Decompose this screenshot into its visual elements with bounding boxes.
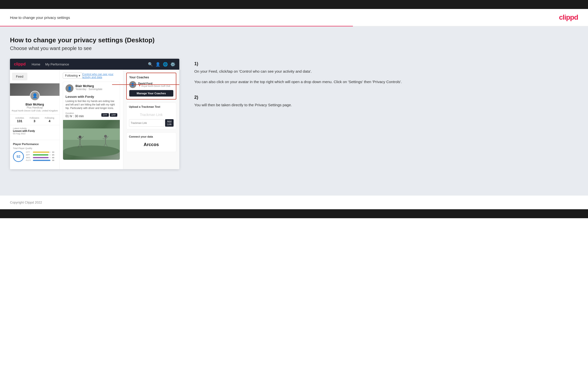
instruction-2: 2) You will then be taken directly to th… xyxy=(194,95,578,108)
following-label: Following xyxy=(65,74,78,77)
latest-activity-value: Lesson with Fordy xyxy=(13,130,57,132)
header: How to change your privacy settings clip… xyxy=(0,9,588,26)
instruction-2-number: 2) xyxy=(194,95,578,100)
duration-row: Duration 01 hr : 30 min OTT APP xyxy=(63,112,120,120)
post-date: Yesterday · Sunningdale xyxy=(75,88,102,91)
person-icon[interactable]: 👤 xyxy=(155,62,160,67)
trackman-section: Upload a Trackman Test Trackman Link Add… xyxy=(126,103,176,129)
app-logo-nav: clippd xyxy=(14,62,26,66)
profile-banner: 👤 xyxy=(10,83,60,96)
main-content: How to change your privacy settings (Des… xyxy=(0,26,588,196)
coach-club: 📍 Royal North Devon Golf Club xyxy=(138,85,170,87)
clippd-logo: clippd xyxy=(559,13,578,21)
arrow-line xyxy=(112,84,179,85)
bottom-bar xyxy=(0,209,588,218)
svg-point-3 xyxy=(79,136,81,138)
tag-ott: OTT xyxy=(101,113,109,117)
player-performance: Player Performance Total Player Quality … xyxy=(10,140,60,164)
instruction-1-number: 1) xyxy=(194,61,578,66)
following-row: Following ▾ Control who can see your act… xyxy=(63,73,120,79)
quality-score: 92 xyxy=(13,151,24,162)
post-title: Lesson with Fordy xyxy=(63,95,120,100)
profile-avatar: 👤 xyxy=(30,91,40,101)
trackman-placeholder: Trackman Link xyxy=(129,110,174,119)
footer: Copyright Clippd 2022 xyxy=(0,196,588,209)
instruction-1-text: On your Feed, click/tap on 'Control who … xyxy=(194,68,578,74)
instruction-1-extra: You can also click on your avatar in the… xyxy=(194,79,578,85)
left-panel: Feed 👤 Blair McHarg Plus Handicap Royal … xyxy=(10,70,60,169)
stat-following-value: 4 xyxy=(45,119,54,123)
profile-name: Blair McHarg xyxy=(10,103,60,106)
stat-followers: Followers 3 xyxy=(30,117,39,123)
latest-activity-label: Latest Activity xyxy=(13,127,57,130)
stat-activities: Activities 131 xyxy=(15,117,24,123)
stat-activities-label: Activities xyxy=(15,117,24,119)
profile-card: 👤 Blair McHarg Plus Handicap Royal North… xyxy=(10,83,60,140)
trackman-input-row: Add Link xyxy=(129,119,174,127)
content-row: clippd Home My Performance 🔍 👤 🌐 ⚙️ Feed xyxy=(10,59,578,169)
app-nav: clippd Home My Performance 🔍 👤 🌐 ⚙️ xyxy=(10,59,179,70)
chevron-down-icon: ▾ xyxy=(79,74,80,77)
instruction-2-text: You will then be taken directly to the P… xyxy=(194,102,578,108)
globe-icon[interactable]: 🌐 xyxy=(163,62,168,67)
svg-rect-1 xyxy=(63,128,120,140)
search-icon[interactable]: 🔍 xyxy=(148,62,153,67)
avatar-icon[interactable]: ⚙️ xyxy=(170,62,175,67)
trackman-input[interactable] xyxy=(129,119,164,127)
post-header: 👤 Blair McHarg Yesterday · Sunningdale xyxy=(63,82,120,95)
trackman-title: Upload a Trackman Test xyxy=(129,105,174,108)
duration-value: 01 hr : 30 min xyxy=(65,114,84,118)
nav-home[interactable]: Home xyxy=(32,62,40,66)
perf-row: 92 OTT 90 APP 85 xyxy=(13,151,57,162)
post-description: Looking to feel like my hands are exitin… xyxy=(63,100,120,112)
page-title: How to change your privacy settings (Des… xyxy=(10,36,578,44)
instructions-column: 1) On your Feed, click/tap on 'Control w… xyxy=(189,59,578,118)
manage-coaches-button[interactable]: Manage Your Coaches xyxy=(129,90,173,97)
copyright-text: Copyright Clippd 2022 xyxy=(10,201,42,204)
nav-my-performance[interactable]: My Performance xyxy=(45,62,69,66)
feed-post: 👤 Blair McHarg Yesterday · Sunningdale L… xyxy=(63,82,120,160)
perf-title: Player Performance xyxy=(13,143,57,146)
duration-label: Duration xyxy=(65,112,84,114)
profile-handicap: Plus Handicap xyxy=(10,106,60,109)
profile-stats: Activities 131 Followers 3 Following 4 xyxy=(10,114,60,125)
stat-following: Following 4 xyxy=(45,117,54,123)
latest-activity: Latest Activity Lesson with Fordy 03 Aug… xyxy=(10,125,60,137)
top-bar xyxy=(0,0,588,9)
page-subtitle: Choose what you want people to see xyxy=(10,46,578,51)
perf-bar-app: APP 85 xyxy=(26,154,57,156)
perf-bars: OTT 90 APP 85 ARG xyxy=(26,151,57,162)
app-screenshot: clippd Home My Performance 🔍 👤 🌐 ⚙️ Feed xyxy=(10,59,179,169)
arccos-brand: Arccos xyxy=(129,140,174,149)
add-link-button[interactable]: Add Link xyxy=(165,119,174,127)
nav-items: Home My Performance xyxy=(32,62,148,66)
profile-club: Royal North Devon Golf Club, United King… xyxy=(10,109,60,112)
svg-point-9 xyxy=(104,135,107,138)
coaches-title: Your Coaches xyxy=(129,76,173,79)
nav-icons: 🔍 👤 🌐 ⚙️ xyxy=(148,62,175,67)
coaches-section: Your Coaches 👤 David Ford 📍 Royal North … xyxy=(126,73,176,100)
stat-following-label: Following xyxy=(45,117,54,119)
perf-bar-ott: OTT 90 xyxy=(26,151,57,153)
post-author-avatar: 👤 xyxy=(65,84,73,92)
location-icon: 📍 xyxy=(138,85,141,87)
latest-activity-date: 03 Aug 2022 xyxy=(13,132,57,135)
instruction-1: 1) On your Feed, click/tap on 'Control w… xyxy=(194,61,578,85)
perf-bar-putt: PUTT 96 xyxy=(26,159,57,161)
stat-followers-value: 3 xyxy=(30,119,39,123)
post-image xyxy=(63,120,120,160)
page-breadcrumb: How to change your privacy settings xyxy=(10,15,70,20)
control-privacy-link[interactable]: Control who can see your activity and da… xyxy=(82,73,120,79)
feed-tab[interactable]: Feed xyxy=(12,73,27,80)
stat-activities-value: 131 xyxy=(15,119,24,123)
coach-club-name: Royal North Devon Golf Club xyxy=(141,85,170,87)
stat-followers-label: Followers xyxy=(30,117,39,119)
perf-bar-arg: ARG 86 xyxy=(26,157,57,159)
following-button[interactable]: Following ▾ xyxy=(63,73,82,79)
post-author-name: Blair McHarg xyxy=(75,84,102,88)
connect-section: Connect your data Arccos xyxy=(126,132,176,152)
svg-point-2 xyxy=(63,146,120,157)
golf-image-svg xyxy=(63,120,120,160)
perf-quality-label: Total Player Quality xyxy=(13,147,57,150)
connect-title: Connect your data xyxy=(129,135,174,138)
